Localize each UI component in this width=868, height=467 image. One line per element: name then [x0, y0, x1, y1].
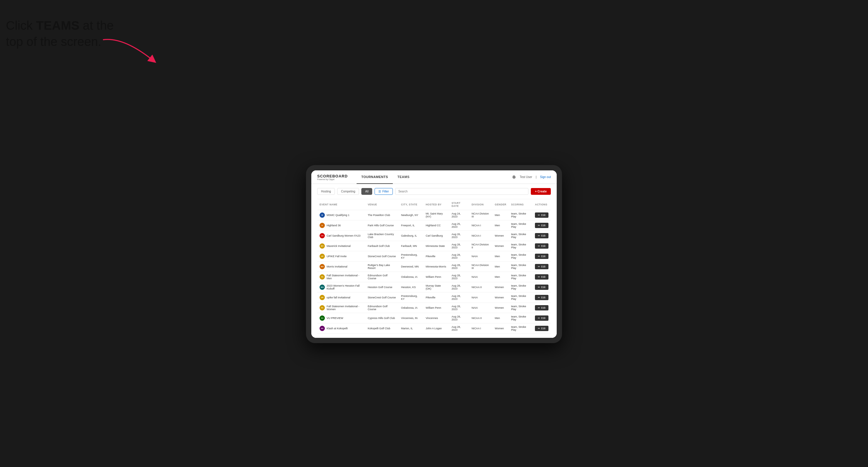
settings-icon[interactable]: [512, 175, 516, 179]
edit-icon: ✏: [538, 327, 540, 330]
cell-event-name: FS Fall Statesmen Invitational - Women: [317, 303, 366, 313]
cell-start-date: Aug 25, 2023: [449, 220, 469, 231]
edit-button[interactable]: ✏ Edit: [535, 254, 549, 259]
cell-scoring: team, Stroke Play: [509, 241, 533, 251]
filter-icon: ☰: [378, 190, 381, 193]
toolbar: Hosting Competing All ☰ Filter + Create: [317, 188, 551, 195]
col-actions: ACTIONS: [533, 199, 551, 210]
edit-button[interactable]: ✏ Edit: [535, 326, 549, 331]
table-row: UP upike fall invitational StoneCrest Go…: [317, 292, 551, 303]
cell-venue: Cypress Hills Golf Club: [366, 313, 399, 323]
col-start-date: START DATE: [449, 199, 469, 210]
cell-gender: Men: [493, 220, 509, 231]
cell-city-state: Marion, IL: [399, 323, 424, 334]
edit-button[interactable]: ✏ Edit: [535, 274, 549, 280]
filter-button[interactable]: ☰ Filter: [375, 188, 393, 195]
cell-actions: ✏ Edit: [533, 323, 551, 334]
edit-button[interactable]: ✏ Edit: [535, 315, 549, 321]
team-logo: MO: [319, 264, 325, 269]
hosting-button[interactable]: Hosting: [317, 188, 335, 195]
nav-teams[interactable]: TEAMS: [393, 170, 414, 184]
cell-hosted-by: Pikeville: [424, 251, 449, 261]
cell-event-name: VU VU PREVIEW: [317, 313, 366, 323]
team-logo: UP: [319, 254, 325, 259]
cell-scoring: team, Stroke Play: [509, 313, 533, 323]
cell-start-date: Aug 28, 2023: [449, 282, 469, 292]
cell-gender: Men: [493, 272, 509, 282]
cell-actions: ✏ Edit: [533, 272, 551, 282]
logo-title: SCOREBOARD: [317, 174, 348, 178]
nav-links: TOURNAMENTS TEAMS: [356, 170, 512, 184]
cell-division: NCAA Division III: [469, 210, 493, 220]
cell-venue: StoneCrest Golf Course: [366, 251, 399, 261]
table-row: UP UPIKE Fall Invite StoneCrest Golf Cou…: [317, 251, 551, 261]
cell-gender: Men: [493, 210, 509, 220]
cell-city-state: Galesburg, IL: [399, 231, 424, 241]
cell-city-state: Faribault, MN: [399, 241, 424, 251]
table-row: WH 2023 Women's Hesston Fall Kickoff Hes…: [317, 282, 551, 292]
cell-division: NAIA: [469, 251, 493, 261]
cell-event-name: UP upike fall invitational: [317, 292, 366, 303]
edit-button[interactable]: ✏ Edit: [535, 223, 549, 228]
cell-event-name: M MSMC Qualifying 1: [317, 210, 366, 220]
edit-button[interactable]: ✏ Edit: [535, 285, 549, 290]
cell-event-name: MO Morris Invitational: [317, 261, 366, 272]
team-logo: MV: [319, 243, 325, 249]
edit-icon: ✏: [538, 214, 540, 217]
edit-button[interactable]: ✏ Edit: [535, 264, 549, 269]
cell-scoring: team, Stroke Play: [509, 292, 533, 303]
sign-out-link[interactable]: Sign out: [540, 176, 551, 179]
cell-actions: ✏ Edit: [533, 313, 551, 323]
user-name: Test User: [520, 176, 532, 179]
tablet-frame: SCOREBOARD Powered by Clippit TOURNAMENT…: [306, 165, 562, 343]
team-logo: WH: [319, 285, 325, 290]
cell-division: NICAA II: [469, 282, 493, 292]
event-name-text: MSMC Qualifying 1: [327, 214, 349, 217]
cell-scoring: team, Stroke Play: [509, 251, 533, 261]
cell-city-state: Vincennes, IN: [399, 313, 424, 323]
cell-actions: ✏ Edit: [533, 261, 551, 272]
cell-division: NCAA Division III: [469, 261, 493, 272]
cell-city-state: Prestonsburg, KY: [399, 251, 424, 261]
edit-button[interactable]: ✏ Edit: [535, 305, 549, 310]
cell-start-date: Aug 24, 2023: [449, 210, 469, 220]
cell-venue: Kokopelli Golf Club: [366, 323, 399, 334]
cell-start-date: Aug 26, 2023: [449, 231, 469, 241]
edit-button[interactable]: ✏ Edit: [535, 213, 549, 218]
table-row: H Highland 36 Park Hills Golf Course Fre…: [317, 220, 551, 231]
cell-start-date: Aug 28, 2023: [449, 303, 469, 313]
edit-button[interactable]: ✏ Edit: [535, 295, 549, 300]
edit-button[interactable]: ✏ Edit: [535, 233, 549, 238]
nav-tournaments[interactable]: TOURNAMENTS: [356, 170, 393, 184]
cell-actions: ✏ Edit: [533, 292, 551, 303]
cell-start-date: Aug 28, 2023: [449, 241, 469, 251]
cell-hosted-by: Minnesota-Morris: [424, 261, 449, 272]
edit-icon: ✏: [538, 275, 540, 278]
edit-button[interactable]: ✏ Edit: [535, 243, 549, 249]
cell-actions: ✏ Edit: [533, 241, 551, 251]
cell-city-state: Oskaloosa, IA: [399, 303, 424, 313]
col-gender: GENDER: [493, 199, 509, 210]
all-button[interactable]: All: [361, 188, 372, 195]
cell-scoring: team, Stroke Play: [509, 323, 533, 334]
cell-hosted-by: John A Logan: [424, 323, 449, 334]
edit-icon: ✏: [538, 255, 540, 258]
cell-gender: Men: [493, 251, 509, 261]
table-row: M MSMC Qualifying 1 The Powelton Club Ne…: [317, 210, 551, 220]
competing-button[interactable]: Competing: [337, 188, 359, 195]
event-name-text: 2023 Women's Hesston Fall Kickoff: [327, 284, 363, 290]
table-row: CS Carl Sandburg Women FA23 Lake Bracken…: [317, 231, 551, 241]
cell-event-name: H Highland 36: [317, 220, 366, 231]
cell-city-state: Deerwood, MN: [399, 261, 424, 272]
cell-event-name: CS Carl Sandburg Women FA23: [317, 231, 366, 241]
cell-division: NICAA I: [469, 323, 493, 334]
cell-event-name: MV Maverick Invitational: [317, 241, 366, 251]
create-button[interactable]: + Create: [531, 188, 551, 195]
team-logo: CS: [319, 233, 325, 238]
cell-scoring: team, Stroke Play: [509, 282, 533, 292]
col-hosted-by: HOSTED BY: [424, 199, 449, 210]
edit-icon: ✏: [538, 265, 540, 268]
cell-division: NICAA I: [469, 231, 493, 241]
cell-gender: Women: [493, 282, 509, 292]
search-input[interactable]: [395, 188, 529, 195]
